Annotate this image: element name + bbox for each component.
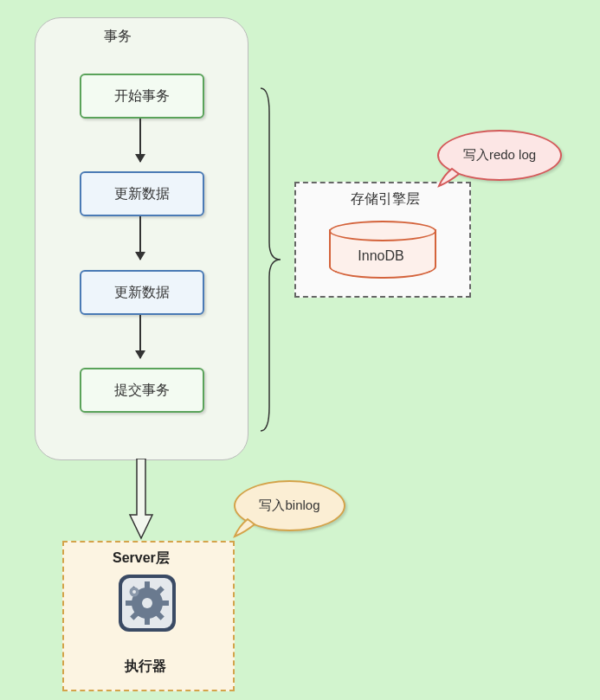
innodb-label: InnoDB: [329, 248, 433, 264]
step-label: 提交事务: [114, 382, 170, 400]
executor-label: 执行器: [125, 658, 166, 676]
step-update-data-1: 更新数据: [80, 171, 204, 216]
step-label: 开始事务: [114, 87, 170, 106]
step-commit-transaction: 提交事务: [80, 368, 204, 413]
svg-rect-6: [126, 600, 134, 606]
callout-tail-icon: [232, 517, 258, 539]
svg-point-13: [132, 590, 136, 594]
step-start-transaction: 开始事务: [80, 74, 204, 119]
svg-rect-5: [145, 616, 150, 625]
arrow-icon: [139, 216, 141, 260]
arrow-icon: [139, 315, 141, 358]
brace-icon: [256, 87, 282, 433]
callout-text: 写入redo log: [463, 147, 536, 164]
svg-point-3: [142, 598, 152, 608]
storage-engine-title: 存储引擎层: [351, 190, 420, 209]
step-update-data-2: 更新数据: [80, 270, 204, 315]
callout-tail-icon: [436, 167, 462, 189]
server-layer-title: Server层: [113, 549, 170, 568]
step-label: 更新数据: [114, 185, 170, 203]
arrow-icon: [139, 119, 141, 162]
transaction-title: 事务: [104, 28, 132, 46]
step-label: 更新数据: [114, 284, 170, 302]
svg-rect-7: [160, 600, 169, 606]
innodb-cylinder-icon: InnoDB: [329, 221, 433, 281]
hollow-arrow-icon: [128, 459, 154, 541]
executor-gear-icon: [117, 573, 177, 633]
svg-rect-4: [145, 581, 150, 590]
callout-text: 写入binlog: [259, 498, 319, 514]
